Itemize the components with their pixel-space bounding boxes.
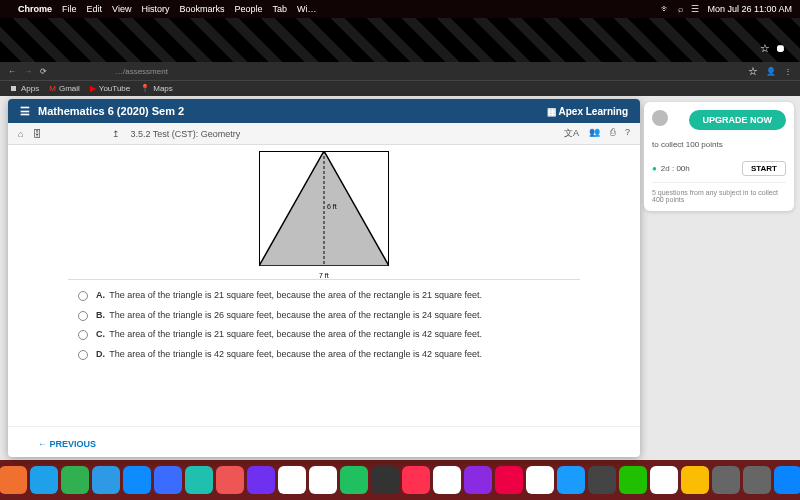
- menu-file[interactable]: File: [62, 4, 77, 14]
- radio-icon[interactable]: [78, 291, 88, 301]
- search-icon[interactable]: ⌕: [678, 4, 683, 14]
- dock-app-14[interactable]: [402, 466, 430, 494]
- control-center-icon[interactable]: ☰: [691, 4, 699, 14]
- print-icon[interactable]: ⎙: [610, 127, 615, 140]
- radio-icon[interactable]: [78, 350, 88, 360]
- course-title: Mathematics 6 (2020) Sem 2: [38, 105, 184, 117]
- brand-logo[interactable]: ▦ Apex Learning: [547, 106, 628, 117]
- test-breadcrumb: 3.5.2 Test (CST): Geometry: [130, 129, 240, 139]
- menu-history[interactable]: History: [141, 4, 169, 14]
- help-icon[interactable]: ?: [625, 127, 630, 140]
- app-name[interactable]: Chrome: [18, 4, 52, 14]
- dock-app-10[interactable]: [278, 466, 306, 494]
- clock-icon: ●: [652, 164, 657, 173]
- divider: [68, 279, 580, 280]
- url-fragment[interactable]: …/assessment: [115, 67, 168, 76]
- gamification-card: UPGRADE NOW to collect 100 points ● 2d :…: [644, 102, 794, 211]
- triangle-figure: 6 ft 7 ft: [259, 151, 389, 271]
- kebab-menu-icon[interactable]: ⋮: [784, 67, 792, 76]
- macos-dock: [0, 460, 800, 500]
- macos-menubar: Chrome File Edit View History Bookmarks …: [0, 0, 800, 18]
- bookmark-gmail[interactable]: MGmail: [49, 84, 80, 93]
- dock-app-17[interactable]: [495, 466, 523, 494]
- dock-app-2[interactable]: [30, 466, 58, 494]
- dock-app-9[interactable]: [247, 466, 275, 494]
- briefcase-icon[interactable]: 🗄: [33, 129, 42, 139]
- profile-button[interactable]: 👤: [766, 67, 776, 76]
- profile-icon[interactable]: ⏺: [775, 42, 786, 54]
- base-label: 7 ft: [319, 272, 329, 279]
- dock-app-18[interactable]: [526, 466, 554, 494]
- dock-app-24[interactable]: [712, 466, 740, 494]
- gmail-icon: M: [49, 84, 56, 93]
- avatar[interactable]: [652, 110, 668, 126]
- bookmark-maps[interactable]: 📍Maps: [140, 84, 173, 93]
- up-arrow-icon[interactable]: ↥: [112, 129, 120, 139]
- dock-app-21[interactable]: [619, 466, 647, 494]
- course-header: ☰ Mathematics 6 (2020) Sem 2 ▦ Apex Lear…: [8, 99, 640, 123]
- browser-nav-bar: ← → ⟳ …/assessment ☆ 👤 ⋮: [0, 62, 800, 80]
- dock-app-5[interactable]: [123, 466, 151, 494]
- redacted-tabs-area: ☆ ⏺: [0, 18, 800, 62]
- nav-footer: ← PREVIOUS: [8, 426, 640, 457]
- answer-choices: A. The area of the triangle is 21 square…: [78, 290, 610, 361]
- side-panel: UPGRADE NOW to collect 100 points ● 2d :…: [640, 96, 800, 460]
- dock-app-16[interactable]: [464, 466, 492, 494]
- forward-button[interactable]: →: [24, 67, 32, 76]
- youtube-icon: ▶: [90, 84, 96, 93]
- menu-tab[interactable]: Tab: [272, 4, 287, 14]
- start-button[interactable]: START: [742, 161, 786, 176]
- previous-button[interactable]: ← PREVIOUS: [38, 439, 96, 449]
- test-bar: ⌂ 🗄 ↥ 3.5.2 Test (CST): Geometry 文A 👥 ⎙ …: [8, 123, 640, 145]
- dock-app-11[interactable]: [309, 466, 337, 494]
- choice-C[interactable]: C. The area of the triangle is 21 square…: [78, 329, 610, 341]
- dock-app-8[interactable]: [216, 466, 244, 494]
- hamburger-icon[interactable]: ☰: [20, 105, 30, 118]
- menu-window[interactable]: Wi…: [297, 4, 317, 14]
- reload-button[interactable]: ⟳: [40, 67, 47, 76]
- upgrade-button[interactable]: UPGRADE NOW: [689, 110, 787, 130]
- menu-view[interactable]: View: [112, 4, 131, 14]
- dock-app-15[interactable]: [433, 466, 461, 494]
- home-icon[interactable]: ⌂: [18, 129, 23, 139]
- star-icon[interactable]: ☆: [760, 42, 770, 55]
- clock[interactable]: Mon Jul 26 11:00 AM: [707, 4, 792, 14]
- dock-app-19[interactable]: [557, 466, 585, 494]
- people-icon[interactable]: 👥: [589, 127, 600, 140]
- dock-app-20[interactable]: [588, 466, 616, 494]
- dock-app-26[interactable]: [774, 466, 801, 494]
- dock-app-7[interactable]: [185, 466, 213, 494]
- dock-app-3[interactable]: [61, 466, 89, 494]
- lesson-panel: ☰ Mathematics 6 (2020) Sem 2 ▦ Apex Lear…: [8, 99, 640, 457]
- menu-edit[interactable]: Edit: [87, 4, 103, 14]
- bookmark-youtube[interactable]: ▶YouTube: [90, 84, 130, 93]
- menu-bookmarks[interactable]: Bookmarks: [179, 4, 224, 14]
- radio-icon[interactable]: [78, 330, 88, 340]
- back-button[interactable]: ←: [8, 67, 16, 76]
- radio-icon[interactable]: [78, 311, 88, 321]
- height-label: 6 ft: [327, 203, 337, 210]
- dock-app-22[interactable]: [650, 466, 678, 494]
- translate-icon[interactable]: 文A: [564, 127, 579, 140]
- goal-text-1: to collect 100 points: [652, 140, 723, 149]
- question-body: 6 ft 7 ft A. The area of the triangle is…: [8, 145, 640, 426]
- menu-people[interactable]: People: [234, 4, 262, 14]
- choice-A[interactable]: A. The area of the triangle is 21 square…: [78, 290, 610, 302]
- choice-B[interactable]: B. The area of the triangle is 26 square…: [78, 310, 610, 322]
- dock-app-12[interactable]: [340, 466, 368, 494]
- bookmark-apps[interactable]: ⏹Apps: [10, 84, 39, 93]
- dock-app-1[interactable]: [0, 466, 27, 494]
- wifi-icon[interactable]: ᯤ: [661, 4, 670, 14]
- dock-app-25[interactable]: [743, 466, 771, 494]
- bookmarks-bar: ⏹Apps MGmail ▶YouTube 📍Maps: [0, 80, 800, 96]
- dock-app-6[interactable]: [154, 466, 182, 494]
- dock-app-4[interactable]: [92, 466, 120, 494]
- goal-text-2: 5 questions from any subject in to colle…: [652, 182, 786, 203]
- timer: 2d : 00h: [661, 164, 690, 173]
- main-area: ☰ Mathematics 6 (2020) Sem 2 ▦ Apex Lear…: [0, 96, 800, 460]
- dock-app-23[interactable]: [681, 466, 709, 494]
- maps-icon: 📍: [140, 84, 150, 93]
- dock-app-13[interactable]: [371, 466, 399, 494]
- bookmark-star-icon[interactable]: ☆: [748, 65, 758, 78]
- choice-D[interactable]: D. The area of the triangle is 42 square…: [78, 349, 610, 361]
